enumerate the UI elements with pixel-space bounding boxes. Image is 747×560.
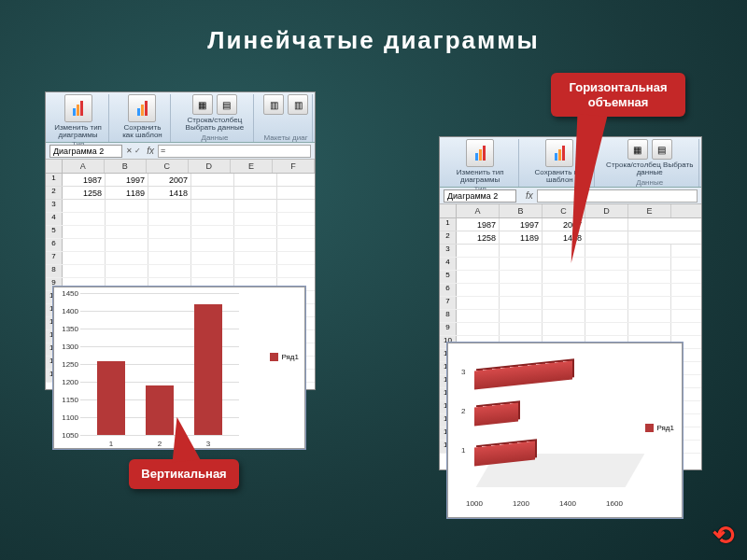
cell[interactable]: [148, 265, 191, 277]
select-data-button[interactable]: ▤: [652, 139, 672, 160]
column-header[interactable]: D: [189, 160, 231, 173]
cell[interactable]: 1418: [148, 187, 191, 199]
column-header[interactable]: B: [105, 160, 147, 173]
row-header[interactable]: 2: [440, 231, 457, 244]
cell[interactable]: [63, 213, 106, 225]
cell[interactable]: [628, 310, 671, 322]
cell[interactable]: 1997: [500, 218, 543, 231]
cell[interactable]: 1258: [457, 231, 500, 244]
cell[interactable]: [628, 284, 671, 296]
switch-row-col-button[interactable]: ▦: [192, 94, 213, 115]
row-header[interactable]: 4: [46, 213, 63, 225]
cell[interactable]: 1997: [106, 174, 148, 186]
cell[interactable]: 1258: [63, 187, 106, 199]
cell[interactable]: [234, 213, 277, 225]
cell[interactable]: [234, 265, 277, 277]
row-header[interactable]: 7: [440, 297, 457, 309]
cell[interactable]: [500, 271, 543, 283]
column-header[interactable]: C: [147, 160, 189, 173]
formula-buttons[interactable]: ✕ ✓: [126, 147, 141, 155]
cell[interactable]: [191, 239, 234, 251]
cell[interactable]: [106, 226, 148, 238]
column-header[interactable]: A: [457, 204, 500, 217]
cell[interactable]: [628, 323, 671, 335]
cell[interactable]: [106, 265, 148, 277]
cell[interactable]: [63, 239, 106, 251]
row-header[interactable]: 4: [440, 258, 457, 270]
cell[interactable]: [628, 271, 671, 283]
cell[interactable]: [234, 252, 277, 264]
cell[interactable]: [500, 310, 543, 322]
row-header[interactable]: 9: [440, 323, 457, 335]
cell[interactable]: [234, 226, 277, 238]
cell[interactable]: 1189: [106, 187, 148, 199]
cell[interactable]: 1987: [63, 174, 106, 186]
embedded-chart-horizontal-3d[interactable]: 3 2 1 1000 1200 1400 1600 Ряд1: [447, 343, 683, 518]
cell[interactable]: [191, 252, 234, 264]
select-all-corner[interactable]: [440, 204, 457, 217]
row-header[interactable]: 3: [440, 245, 457, 257]
cell[interactable]: [628, 245, 671, 257]
cell[interactable]: [457, 323, 500, 335]
cell[interactable]: [148, 252, 191, 264]
cell[interactable]: [148, 200, 191, 212]
cell[interactable]: [106, 252, 148, 264]
select-data-button[interactable]: ▤: [217, 94, 237, 115]
cell[interactable]: [106, 239, 148, 251]
row-header[interactable]: 7: [46, 252, 63, 264]
cell[interactable]: [234, 239, 277, 251]
cell[interactable]: [234, 174, 277, 186]
cell[interactable]: [148, 239, 191, 251]
cell[interactable]: [457, 245, 500, 257]
cell[interactable]: [191, 265, 234, 277]
row-header[interactable]: 5: [46, 226, 63, 238]
cell[interactable]: [585, 284, 628, 296]
cell[interactable]: [191, 174, 234, 186]
save-template-button[interactable]: [128, 94, 156, 122]
cell[interactable]: [500, 323, 543, 335]
row-header[interactable]: 5: [440, 271, 457, 283]
cell[interactable]: [63, 252, 106, 264]
cell[interactable]: [191, 213, 234, 225]
row-header[interactable]: 6: [46, 239, 63, 251]
cell[interactable]: [106, 213, 148, 225]
cell[interactable]: [628, 258, 671, 270]
cell[interactable]: 1987: [457, 218, 500, 231]
row-header[interactable]: 2: [46, 187, 63, 199]
cell[interactable]: [543, 310, 585, 322]
column-header[interactable]: A: [63, 160, 105, 173]
column-header[interactable]: E: [628, 204, 671, 217]
chart-layout-button[interactable]: ▥: [288, 94, 308, 115]
column-header[interactable]: B: [500, 204, 543, 217]
row-header[interactable]: 8: [440, 310, 457, 322]
cell[interactable]: [457, 258, 500, 270]
row-header[interactable]: 3: [46, 200, 63, 212]
cell[interactable]: [585, 271, 628, 283]
cell[interactable]: [500, 258, 543, 270]
row-header[interactable]: 1: [46, 174, 63, 186]
cell[interactable]: [543, 271, 585, 283]
cell[interactable]: [148, 213, 191, 225]
change-chart-type-button[interactable]: [466, 139, 494, 167]
name-box[interactable]: Диаграмма 2: [49, 145, 122, 158]
cell[interactable]: [457, 271, 500, 283]
cell[interactable]: 1189: [500, 231, 543, 244]
cell[interactable]: [234, 200, 277, 212]
cell[interactable]: [457, 297, 500, 309]
cell[interactable]: [500, 297, 543, 309]
cell[interactable]: [543, 297, 585, 309]
cell[interactable]: 2007: [148, 174, 191, 186]
back-nav-icon[interactable]: ⟲: [712, 520, 734, 551]
select-all-corner[interactable]: [46, 160, 63, 173]
cell[interactable]: [543, 323, 585, 335]
formula-input[interactable]: =: [158, 145, 311, 158]
save-template-button[interactable]: [545, 139, 573, 167]
cell[interactable]: [500, 284, 543, 296]
cell[interactable]: [148, 226, 191, 238]
cell[interactable]: [191, 187, 234, 199]
cell[interactable]: [500, 245, 543, 257]
cell[interactable]: [106, 200, 148, 212]
column-header[interactable]: F: [273, 160, 315, 173]
cell[interactable]: [63, 200, 106, 212]
switch-row-col-button[interactable]: ▦: [627, 139, 648, 160]
